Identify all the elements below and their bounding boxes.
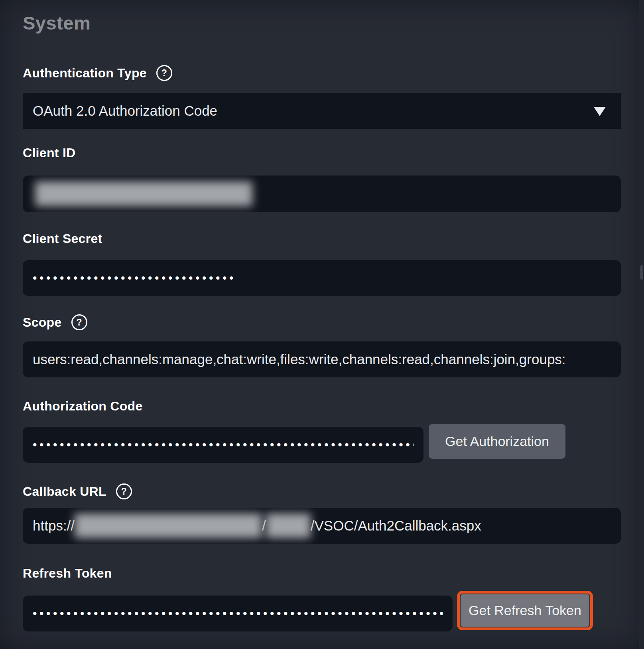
redacted-client-id-value: [35, 181, 252, 206]
get-authorization-button[interactable]: Get Authorization: [429, 424, 565, 459]
callback-url-input[interactable]: https:// / /VSOC/Auth2Callback.aspx: [23, 508, 621, 544]
help-icon[interactable]: ?: [116, 483, 132, 499]
refresh-token-label-row: Refresh Token: [23, 564, 112, 582]
help-icon[interactable]: ?: [156, 65, 172, 81]
help-icon[interactable]: ?: [71, 314, 87, 330]
authentication-type-label: Authentication Type: [23, 66, 147, 81]
callback-url-suffix: /VSOC/Auth2Callback.aspx: [311, 518, 481, 534]
scope-value: users:read,channels:manage,chat:write,fi…: [33, 351, 566, 367]
client-id-input[interactable]: [23, 176, 621, 212]
scope-label-row: Scope ?: [23, 313, 87, 331]
page-title: System: [23, 12, 91, 34]
callback-url-label: Callback URL: [23, 484, 106, 499]
client-secret-label-row: Client Secret: [23, 229, 102, 248]
scrollbar-track[interactable]: [639, 0, 644, 649]
help-glyph: ?: [77, 318, 82, 327]
system-settings-panel: System Authentication Type ? OAuth 2.0 A…: [0, 0, 644, 649]
redacted-callback-host: [75, 513, 262, 538]
scope-label: Scope: [23, 315, 62, 330]
client-id-label-row: Client ID: [23, 144, 75, 162]
help-glyph: ?: [161, 69, 167, 78]
authentication-type-label-row: Authentication Type ?: [23, 64, 172, 82]
client-secret-input[interactable]: ••••••••••••••••••••••••••••••: [23, 260, 621, 296]
client-id-label: Client ID: [23, 146, 75, 160]
client-secret-label: Client Secret: [23, 231, 102, 246]
callback-url-label-row: Callback URL ?: [23, 482, 132, 501]
authorization-code-label: Authorization Code: [23, 399, 142, 414]
refresh-token-label: Refresh Token: [23, 566, 112, 581]
chevron-down-icon: [594, 107, 606, 116]
client-secret-masked-value: ••••••••••••••••••••••••••••••: [33, 271, 236, 285]
callback-url-prefix: https://: [33, 518, 75, 534]
authorization-code-input[interactable]: ••••••••••••••••••••••••••••••••••••••••…: [23, 427, 423, 463]
scrollbar-thumb[interactable]: [640, 265, 643, 280]
authorization-code-label-row: Authorization Code: [23, 397, 142, 415]
scope-input[interactable]: users:read,channels:manage,chat:write,fi…: [23, 341, 621, 377]
redacted-callback-path: [266, 513, 311, 538]
get-refresh-token-button[interactable]: Get Refresh Token: [457, 591, 593, 630]
help-glyph: ?: [121, 487, 127, 496]
authentication-type-select[interactable]: OAuth 2.0 Authorization Code: [23, 93, 621, 129]
authentication-type-value: OAuth 2.0 Authorization Code: [33, 103, 217, 119]
refresh-token-input[interactable]: ••••••••••••••••••••••••••••••••••••••••…: [23, 596, 453, 631]
refresh-token-masked-value: ••••••••••••••••••••••••••••••••••••••••…: [33, 607, 443, 620]
callback-url-separator: /: [262, 518, 266, 534]
authorization-code-masked-value: ••••••••••••••••••••••••••••••••••••••••…: [33, 438, 414, 452]
